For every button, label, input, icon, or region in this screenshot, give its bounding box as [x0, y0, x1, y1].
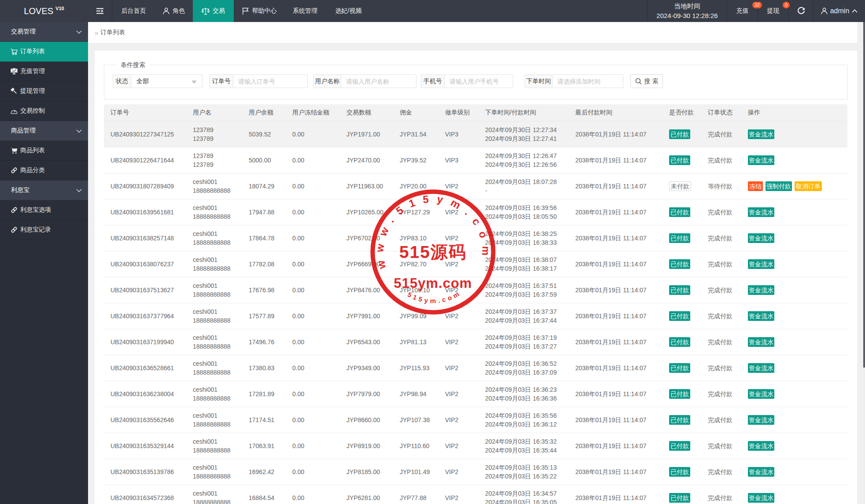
nav-item-video[interactable]: 选妃/视频	[325, 0, 372, 22]
nav-item-home[interactable]: 后台首页	[112, 0, 155, 22]
page-title: 订单列表	[100, 29, 125, 37]
cell-status: 完成付款	[701, 225, 741, 251]
app-title: LOVES	[24, 6, 53, 16]
fund-flow-button[interactable]: 资金流水	[748, 363, 774, 373]
force-pay-button[interactable]: 强制付款	[766, 181, 792, 191]
cell-commission: JYP115.93	[393, 355, 438, 381]
status-select[interactable]: 全部	[131, 74, 202, 88]
status-filter-label: 状态	[113, 74, 131, 88]
user-phone: 18888888888	[193, 186, 240, 195]
fund-flow-button[interactable]: 资金流水	[748, 233, 774, 243]
user-name-input[interactable]	[341, 78, 416, 85]
sidebar-group-0[interactable]: 交易管理	[0, 22, 88, 42]
order-time: 2024年09月03日 16:35:32	[485, 437, 567, 446]
order-time-input[interactable]	[552, 78, 623, 85]
fund-flow-button[interactable]: 资金流水	[748, 467, 774, 477]
sidebar: 交易管理订单列表充值管理提现管理交易控制商品管理商品列表商品分类利息宝利息宝选项…	[0, 22, 88, 504]
search-button-label: 搜 索	[644, 77, 659, 85]
pay-time: 2024年09月03日 16:37:27	[485, 342, 567, 351]
cell-actions: 资金流水	[741, 303, 847, 329]
fund-flow-button[interactable]: 资金流水	[748, 285, 774, 295]
sidebar-group-1[interactable]: 商品管理	[0, 121, 88, 141]
fund-flow-button[interactable]: 资金流水	[748, 207, 774, 217]
paid-badge: 已付款	[669, 207, 690, 217]
nav-item-withdraw[interactable]: 提现 0	[758, 0, 788, 22]
nav-menu: 后台首页 角色	[88, 0, 372, 22]
cell-times: 2024年09月03日 16:35:132024年09月03日 16:35:22	[479, 459, 569, 485]
refresh-icon	[797, 7, 805, 15]
cell-commission: JYP83.10	[393, 225, 438, 251]
cell-balance: 5039.52	[242, 121, 286, 147]
cell-paid: 已付款	[663, 355, 701, 381]
cell-status: 完成付款	[701, 147, 741, 173]
user-name: ceshi001	[193, 489, 240, 498]
cell-user: ceshi00118888888888	[186, 225, 242, 251]
cell-amount: JYP6702.00	[340, 225, 393, 251]
cell-status: 完成付款	[701, 485, 741, 504]
sidebar-item-1-0[interactable]: 商品列表	[0, 141, 88, 161]
cell-user: ceshi00118888888888	[186, 407, 242, 433]
sidebar-item-2-1[interactable]: 利息宝记录	[0, 220, 88, 240]
nav-item-roles[interactable]: 角色	[155, 0, 193, 22]
fund-flow-button[interactable]: 资金流水	[748, 389, 774, 399]
sidebar-item-0-0[interactable]: 订单列表	[0, 42, 88, 62]
cell-level: VIP2	[438, 355, 479, 381]
fund-flow-button[interactable]: 资金流水	[748, 259, 774, 269]
user-menu[interactable]: admin	[813, 0, 865, 22]
fund-flow-button[interactable]: 资金流水	[748, 129, 774, 139]
fund-flow-button[interactable]: 资金流水	[748, 155, 774, 165]
cart-solid-icon	[11, 147, 18, 154]
phone-input[interactable]	[445, 78, 513, 85]
user-name-filter: 用户名称	[313, 74, 416, 88]
pay-time: 2024年09月03日 16:37:09	[485, 368, 567, 377]
sidebar-item-0-2[interactable]: 提现管理	[0, 81, 88, 101]
nav-item-help[interactable]: 帮助中心	[234, 0, 285, 22]
cell-balance: 17496.76	[242, 329, 286, 355]
fund-flow-button[interactable]: 资金流水	[748, 441, 774, 451]
sidebar-item-label: 交易控制	[20, 107, 45, 115]
cell-times: 2024年09月03日 16:37:192024年09月03日 16:37:27	[479, 329, 569, 355]
sidebar-item-1-1[interactable]: 商品分类	[0, 161, 88, 180]
withdraw-label: 提现	[767, 7, 780, 15]
cell-last-time: 2038年01月19日 11:14:07	[569, 485, 663, 504]
cancel-order-button[interactable]: 取消订单	[795, 181, 822, 191]
freeze-button[interactable]: 冻结	[748, 181, 763, 191]
user-phone: 18888888888	[193, 498, 240, 504]
user-name: 123789	[193, 151, 240, 160]
col-header-5: 佣金	[393, 104, 438, 121]
scrollbar-thumb[interactable]	[863, 22, 865, 368]
sidebar-group-2[interactable]: 利息宝	[0, 180, 88, 200]
table-row-13: UB2409031635139786ceshi00118888888888169…	[104, 459, 847, 485]
cell-user: ceshi00118888888888	[186, 433, 242, 459]
local-time-label: 当地时间	[648, 1, 727, 11]
refresh-button[interactable]	[788, 0, 813, 22]
fund-flow-button[interactable]: 资金流水	[748, 415, 774, 425]
sidebar-item-0-3[interactable]: 交易控制	[0, 101, 88, 121]
fund-flow-button[interactable]: 资金流水	[748, 337, 774, 347]
nav-item-system[interactable]: 系统管理	[285, 0, 325, 22]
cell-user: 123789123789	[186, 147, 242, 173]
link-icon	[11, 167, 18, 174]
order-no-filter-label: 订单号	[210, 74, 233, 88]
sidebar-collapse-button[interactable]	[88, 0, 112, 22]
nav-item-label: 系统管理	[293, 7, 317, 15]
cell-actions: 资金流水	[741, 355, 847, 381]
fund-flow-button[interactable]: 资金流水	[748, 311, 774, 321]
nav-item-trade[interactable]: 交易	[193, 0, 234, 22]
sidebar-item-0-1[interactable]: 充值管理	[0, 62, 88, 81]
cell-level: VIP2	[438, 225, 479, 251]
nav-item-recharge[interactable]: 充值 32	[727, 0, 758, 22]
cell-user: 123789123789	[186, 121, 242, 147]
sidebar-item-2-0[interactable]: 利息宝选项	[0, 200, 88, 220]
cell-level: VIP3	[438, 147, 479, 173]
fund-flow-button[interactable]: 资金流水	[748, 493, 774, 503]
order-time: 2024年09月03日 16:37:51	[485, 281, 567, 290]
order-time: 2024年09月03日 16:38:25	[485, 229, 567, 238]
order-no-input[interactable]	[233, 78, 307, 85]
sidebar-item-label: 商品列表	[20, 147, 45, 155]
cell-level: VIP2	[438, 251, 479, 277]
table-body: UB24093012273471251237891237895039.520.0…	[104, 121, 847, 504]
sidebar-item-label: 订单列表	[20, 48, 45, 55]
cell-amount: JYP8660.00	[340, 407, 393, 433]
search-button[interactable]: 搜 索	[630, 74, 663, 88]
